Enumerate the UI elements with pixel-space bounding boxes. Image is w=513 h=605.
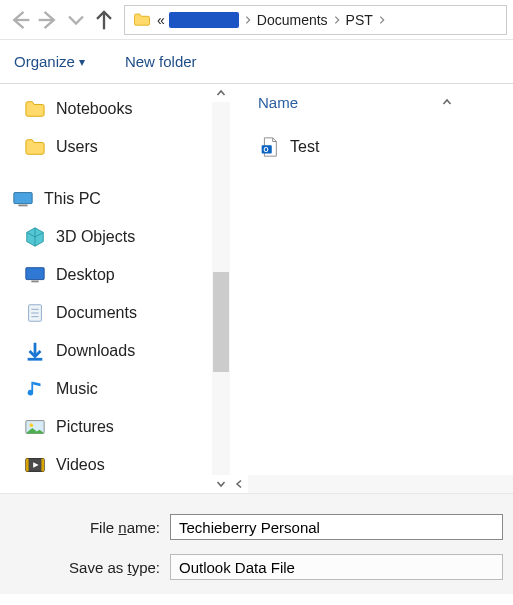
scroll-track[interactable] [212, 102, 230, 475]
toolbar: Organize ▾ New folder [0, 40, 513, 84]
sidebar-item-label: Videos [56, 456, 105, 474]
address-bar[interactable]: « Documents PST [124, 5, 507, 35]
nav-forward-button[interactable] [34, 6, 62, 34]
svg-rect-17 [41, 459, 44, 472]
cube-icon [24, 226, 46, 248]
new-folder-label: New folder [125, 53, 197, 70]
organize-menu[interactable]: Organize ▾ [14, 53, 85, 70]
sidebar-item-label: Pictures [56, 418, 114, 436]
breadcrumb-prefix: « [157, 12, 165, 28]
organize-label: Organize [14, 53, 75, 70]
scroll-up-icon[interactable] [212, 84, 230, 102]
svg-rect-16 [26, 459, 29, 472]
desktop-icon [24, 264, 46, 286]
sidebar-item-label: Documents [56, 304, 137, 322]
file-item-label: Test [290, 138, 319, 156]
svg-rect-6 [31, 281, 38, 283]
sidebar-item-label: Desktop [56, 266, 115, 284]
sidebar-item-this-pc[interactable]: This PC [12, 180, 230, 218]
scroll-thumb[interactable] [213, 272, 229, 372]
nav-recent-dropdown[interactable] [62, 6, 90, 34]
column-header-row: Name [258, 94, 513, 111]
sidebar-item-label: Users [56, 138, 98, 156]
scroll-track[interactable] [248, 475, 513, 493]
sidebar-item-pictures[interactable]: Pictures [24, 408, 230, 446]
sidebar-item-notebooks[interactable]: Notebooks [24, 90, 230, 128]
sidebar: Notebooks Users This PC 3D Objects [0, 84, 230, 493]
sidebar-item-music[interactable]: Music [24, 370, 230, 408]
outlook-data-file-icon: O [258, 136, 280, 158]
nav-back-button[interactable] [6, 6, 34, 34]
new-folder-button[interactable]: New folder [125, 53, 197, 70]
sidebar-item-label: 3D Objects [56, 228, 135, 246]
sidebar-item-videos[interactable]: Videos [24, 446, 230, 484]
sidebar-item-documents[interactable]: Documents [24, 294, 230, 332]
breadcrumb-documents[interactable]: Documents [257, 12, 328, 28]
breadcrumb-redacted [169, 12, 239, 28]
svg-rect-4 [18, 205, 27, 207]
sidebar-item-label: Downloads [56, 342, 135, 360]
sort-caret-icon[interactable] [441, 94, 453, 111]
save-form: File name: Save as type: [0, 494, 513, 594]
folder-icon [24, 136, 46, 158]
svg-point-14 [30, 423, 34, 427]
breadcrumb-pst[interactable]: PST [346, 12, 373, 28]
column-header-name[interactable]: Name [258, 94, 441, 111]
svg-rect-3 [14, 193, 32, 204]
content-hscrollbar[interactable] [230, 475, 513, 493]
pictures-icon [24, 416, 46, 438]
filename-input[interactable] [170, 514, 503, 540]
savetype-dropdown[interactable] [170, 554, 503, 580]
scroll-down-icon[interactable] [212, 475, 230, 493]
chevron-right-icon [243, 12, 253, 28]
sidebar-item-users[interactable]: Users [24, 128, 230, 166]
scroll-left-icon[interactable] [230, 475, 248, 493]
sidebar-item-desktop[interactable]: Desktop [24, 256, 230, 294]
sidebar-item-label: Notebooks [56, 100, 133, 118]
sidebar-item-downloads[interactable]: Downloads [24, 332, 230, 370]
chevron-right-icon [332, 12, 342, 28]
filename-label: File name: [10, 519, 170, 536]
documents-icon [24, 302, 46, 324]
main-area: Notebooks Users This PC 3D Objects [0, 84, 513, 494]
file-item-test[interactable]: O Test [258, 129, 513, 165]
sidebar-scrollbar[interactable] [212, 84, 230, 493]
videos-icon [24, 454, 46, 476]
music-icon [24, 378, 46, 400]
this-pc-icon [12, 188, 34, 210]
savetype-label: Save as type: [10, 559, 170, 576]
navbar: « Documents PST [0, 0, 513, 40]
svg-text:O: O [264, 146, 269, 153]
chevron-right-icon [377, 12, 387, 28]
sidebar-item-label: This PC [44, 190, 101, 208]
folder-icon [24, 98, 46, 120]
folder-icon [131, 9, 153, 31]
downloads-icon [24, 340, 46, 362]
content-pane: Name O Test [230, 84, 513, 493]
sidebar-item-3d-objects[interactable]: 3D Objects [24, 218, 230, 256]
caret-down-icon: ▾ [79, 55, 85, 69]
sidebar-item-label: Music [56, 380, 98, 398]
svg-rect-5 [26, 268, 44, 280]
nav-up-button[interactable] [90, 6, 118, 34]
